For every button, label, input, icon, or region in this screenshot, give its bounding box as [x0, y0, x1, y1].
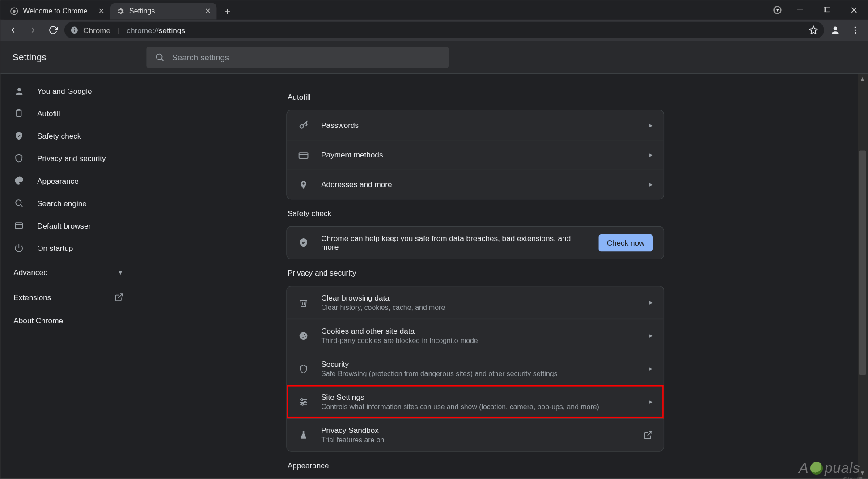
- sidebar-item-label: Default browser: [37, 221, 91, 230]
- close-icon[interactable]: ✕: [98, 7, 104, 15]
- sidebar-item-autofill[interactable]: Autofill: [0, 102, 136, 124]
- row-addresses[interactable]: Addresses and more ▸: [287, 170, 664, 199]
- svg-line-23: [118, 294, 122, 298]
- sidebar-advanced-toggle[interactable]: Advanced ▼: [0, 259, 136, 285]
- clipboard-icon: [13, 108, 24, 119]
- svg-rect-20: [15, 223, 22, 228]
- svg-point-15: [17, 88, 21, 91]
- svg-line-38: [648, 431, 652, 436]
- sidebar-item-label: You and Google: [37, 86, 92, 95]
- chevron-right-icon: ▸: [649, 398, 653, 406]
- row-passwords[interactable]: Passwords ▸: [287, 110, 664, 140]
- browser-toolbar: Chrome | chrome://settings: [0, 20, 868, 41]
- sidebar-about-link[interactable]: About Chrome: [0, 309, 136, 332]
- svg-rect-4: [825, 7, 830, 12]
- section-title-autofill: Autofill: [288, 93, 663, 102]
- svg-point-37: [302, 403, 304, 405]
- site-info-icon[interactable]: [70, 26, 78, 34]
- svg-point-13: [157, 54, 162, 59]
- tab-strip: Welcome to Chrome ✕ Settings ✕ ＋: [4, 3, 235, 20]
- svg-point-35: [301, 398, 303, 400]
- settings-sidebar: You and Google Autofill Safety check Pri…: [0, 74, 136, 478]
- row-label: Cookies and other site data: [321, 326, 638, 335]
- power-icon: [13, 243, 24, 254]
- tab-title: Welcome to Chrome: [23, 7, 87, 15]
- tab-title: Settings: [129, 7, 155, 15]
- reload-button[interactable]: [44, 21, 62, 39]
- back-button[interactable]: [4, 21, 22, 39]
- watermark-bug-icon: [810, 462, 823, 475]
- privacy-card: Clear browsing data Clear history, cooki…: [286, 286, 664, 452]
- sidebar-item-privacy[interactable]: Privacy and security: [0, 147, 136, 170]
- pin-icon: [297, 178, 309, 190]
- row-payment-methods[interactable]: Payment methods ▸: [287, 140, 664, 170]
- section-title-safety: Safety check: [288, 209, 663, 218]
- window-close-button[interactable]: ✕: [841, 0, 868, 19]
- row-sub: Trial features are on: [321, 436, 631, 444]
- sidebar-item-you-and-google[interactable]: You and Google: [0, 80, 136, 102]
- page-title: Settings: [13, 52, 47, 63]
- scroll-up-icon[interactable]: ▲: [858, 74, 867, 83]
- chevron-right-icon: ▸: [649, 299, 653, 306]
- settings-search[interactable]: [147, 47, 449, 68]
- sidebar-item-default-browser[interactable]: Default browser: [0, 214, 136, 237]
- corner-attribution: wsxwin.com: [843, 475, 864, 479]
- cookie-icon: [297, 330, 309, 341]
- row-label: Site Settings: [321, 393, 638, 402]
- browser-icon: [13, 220, 24, 231]
- close-icon[interactable]: ✕: [205, 7, 211, 15]
- forward-button[interactable]: [24, 21, 42, 39]
- window-maximize-button[interactable]: [813, 0, 841, 19]
- svg-point-9: [834, 26, 837, 30]
- sidebar-item-on-startup[interactable]: On startup: [0, 237, 136, 259]
- window-minimize-button[interactable]: [786, 0, 813, 19]
- svg-point-27: [300, 332, 308, 340]
- trash-icon: [297, 297, 309, 308]
- svg-line-14: [162, 59, 164, 61]
- sidebar-item-appearance[interactable]: Appearance: [0, 170, 136, 192]
- row-cookies[interactable]: Cookies and other site data Third-party …: [287, 319, 664, 352]
- address-bar[interactable]: Chrome | chrome://settings: [64, 22, 824, 38]
- open-external-icon: [644, 430, 653, 440]
- sidebar-extensions-link[interactable]: Extensions: [0, 285, 136, 309]
- chrome-favicon-icon: [10, 7, 18, 15]
- svg-point-29: [304, 334, 305, 335]
- bookmark-star-icon[interactable]: [809, 25, 818, 35]
- search-input[interactable]: [172, 52, 441, 62]
- safety-icon: [297, 237, 309, 248]
- sidebar-item-safety-check[interactable]: Safety check: [0, 125, 136, 147]
- about-label: About Chrome: [13, 316, 63, 325]
- sidebar-item-label: On startup: [37, 244, 73, 253]
- svg-marker-8: [809, 26, 817, 34]
- tab-welcome[interactable]: Welcome to Chrome ✕: [4, 3, 110, 20]
- row-safety-check: Chrome can help keep you safe from data …: [287, 227, 664, 259]
- row-privacy-sandbox[interactable]: Privacy Sandbox Trial features are on: [287, 418, 664, 451]
- person-icon: [13, 85, 24, 96]
- row-security[interactable]: Security Safe Browsing (protection from …: [287, 352, 664, 385]
- sidebar-item-search-engine[interactable]: Search engine: [0, 192, 136, 214]
- check-now-button[interactable]: Check now: [598, 234, 653, 251]
- svg-point-31: [305, 336, 306, 337]
- row-label: Addresses and more: [321, 180, 638, 189]
- row-clear-browsing-data[interactable]: Clear browsing data Clear history, cooki…: [287, 286, 664, 319]
- extension-indicator-icon[interactable]: ▾: [773, 6, 781, 14]
- new-tab-button[interactable]: ＋: [219, 3, 236, 20]
- row-sub: Third-party cookies are blocked in Incog…: [321, 336, 638, 344]
- advanced-label: Advanced: [13, 268, 47, 277]
- tab-settings[interactable]: Settings ✕: [110, 3, 217, 20]
- scrollbar-thumb[interactable]: [859, 151, 866, 375]
- vertical-scrollbar[interactable]: ▲ ▼: [858, 74, 867, 478]
- palette-icon: [13, 175, 24, 186]
- sidebar-item-label: Autofill: [37, 109, 60, 118]
- omnibox-scheme: Chrome: [83, 25, 110, 34]
- chevron-right-icon: ▸: [649, 181, 653, 188]
- row-sub: Controls what information sites can use …: [321, 403, 638, 411]
- svg-point-28: [301, 334, 303, 335]
- settings-header: Settings: [0, 41, 868, 74]
- browser-menu-button[interactable]: [847, 21, 864, 39]
- window-titlebar: Welcome to Chrome ✕ Settings ✕ ＋ ▾ ✕: [0, 0, 868, 19]
- profile-button[interactable]: [826, 21, 844, 39]
- chevron-down-icon: ▼: [118, 269, 123, 276]
- row-site-settings[interactable]: Site Settings Controls what information …: [287, 385, 664, 418]
- chevron-right-icon: ▸: [649, 121, 653, 129]
